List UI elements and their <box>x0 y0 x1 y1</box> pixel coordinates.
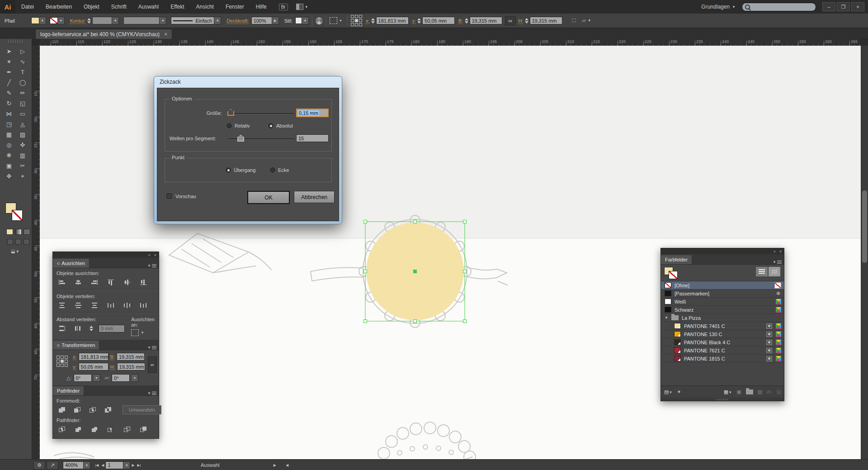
selection-handle[interactable] <box>463 220 467 223</box>
exclude-button[interactable] <box>102 405 114 414</box>
tab-transform[interactable]: ◇Transformieren <box>53 341 99 350</box>
arrange-documents-button[interactable]: ▼ <box>296 4 308 10</box>
brush-definition-field[interactable] <box>123 17 160 24</box>
fill-color-dropdown[interactable]: ▼ <box>39 17 46 24</box>
eyedropper-tool[interactable]: ◎ <box>4 140 14 150</box>
menu-bearbeiten[interactable]: Bearbeiten <box>40 0 78 14</box>
bridge-button[interactable]: Br <box>279 4 288 10</box>
collapse-icons[interactable]: « <box>774 249 776 254</box>
opacity-field[interactable]: 100% <box>251 17 272 24</box>
free-transform-tool[interactable]: ▭ <box>17 109 28 119</box>
minimize-button[interactable]: – <box>822 2 835 11</box>
selection-tool[interactable]: ➤ <box>4 47 14 56</box>
stroke-weight-dropdown[interactable]: ▼ <box>112 17 119 24</box>
swatch-row[interactable]: [Ohne] <box>661 281 784 290</box>
line-segment-tool[interactable]: ╱ <box>4 78 14 87</box>
fill-color-swatch[interactable] <box>31 17 39 24</box>
opacity-dropdown[interactable]: ▶ <box>272 17 279 24</box>
reference-point-selector[interactable] <box>351 15 362 26</box>
select-similar-dropdown[interactable]: ▼ <box>337 17 344 24</box>
new-group-icon[interactable] <box>746 389 753 394</box>
workspace-switcher[interactable]: Grundlagen ▼ <box>701 4 736 10</box>
next-artboard-icon[interactable]: ▶ <box>132 463 134 467</box>
last-artboard-icon[interactable]: ▶| <box>137 463 141 467</box>
crop-button[interactable] <box>104 425 117 434</box>
minus-front-button[interactable] <box>71 405 83 414</box>
show-kinds-icon[interactable]: ▦▼ <box>724 389 732 395</box>
lasso-tool[interactable]: ∿ <box>17 57 28 66</box>
tab-close-icon[interactable]: × <box>164 31 167 38</box>
vertical-align-top-button[interactable] <box>104 278 117 287</box>
waves-slider-handle[interactable] <box>237 135 244 142</box>
swatch-libraries-icon[interactable]: ▤▼ <box>664 389 672 395</box>
vertical-distribute-space-button[interactable] <box>56 324 68 333</box>
column-graph-tool[interactable]: ▥ <box>17 151 28 160</box>
vertical-scrollbar[interactable] <box>861 46 868 459</box>
menu-auswahl[interactable]: Auswahl <box>132 0 165 14</box>
perspective-grid-tool[interactable]: ◬ <box>17 119 28 129</box>
stroke-panel-link[interactable]: Kontur: <box>70 18 86 24</box>
vertical-scrollbar-thumb[interactable] <box>862 190 867 263</box>
selection-center-point[interactable] <box>413 270 417 273</box>
relative-radio[interactable]: Relativ <box>226 123 250 128</box>
size-slider-handle[interactable] <box>227 109 234 116</box>
resize-grip[interactable] <box>776 389 781 394</box>
draw-behind-mode[interactable] <box>15 239 21 245</box>
width-stepper[interactable] <box>465 18 468 24</box>
search-input[interactable] <box>742 3 816 11</box>
divide-button[interactable] <box>56 425 68 434</box>
symbol-sprayer-tool[interactable]: ❋ <box>4 151 14 160</box>
close-panel-icon[interactable]: × <box>154 253 156 257</box>
restore-button[interactable]: ❐ <box>837 2 850 11</box>
swatch-row[interactable]: Schwarz <box>661 306 784 314</box>
swatch-row[interactable]: Weiß <box>661 298 784 306</box>
previous-artboard-icon[interactable]: ◀ <box>101 463 104 467</box>
horizontal-distribute-left-button[interactable] <box>104 301 117 310</box>
horizontal-align-center-button[interactable] <box>72 278 84 287</box>
close-button[interactable]: × <box>851 2 864 11</box>
magic-wand-tool[interactable]: ✶ <box>4 57 14 66</box>
swatch-row[interactable]: [Passermarken]⊕ <box>661 290 784 298</box>
reference-point-selector[interactable] <box>57 356 68 367</box>
menu-fenster[interactable]: Fenster <box>220 0 250 14</box>
intersect-button[interactable] <box>86 405 99 414</box>
scale-tool[interactable]: ◱ <box>17 99 28 108</box>
horizontal-align-left-button[interactable] <box>56 278 68 287</box>
menu-schrift[interactable]: Schrift <box>105 0 132 14</box>
zoom-level-field[interactable]: 400% <box>63 461 84 469</box>
vertical-distribute-center-button[interactable] <box>72 301 84 310</box>
transform-height-field[interactable]: 19,315 mm <box>117 363 145 370</box>
link-dimensions-icon[interactable]: ∞ <box>505 16 516 25</box>
pencil-tool[interactable]: ✏ <box>17 88 28 98</box>
vertical-distribute-bottom-button[interactable] <box>88 301 100 310</box>
size-field[interactable]: 0,15 mm <box>296 109 329 117</box>
width-field[interactable]: 19,315 mm <box>470 17 502 24</box>
artboard-number-field[interactable]: 1 <box>105 461 123 469</box>
selection-handle[interactable] <box>414 320 417 323</box>
ruler-corner[interactable] <box>32 39 40 46</box>
draw-normal-mode[interactable] <box>7 239 13 245</box>
cancel-button[interactable]: Abbrechen <box>294 191 335 203</box>
horizontal-distribute-right-button[interactable] <box>137 301 149 310</box>
close-panel-icon[interactable]: × <box>779 249 782 254</box>
stroke-style-dropdown[interactable]: ▼ <box>214 17 221 24</box>
trim-button[interactable] <box>72 425 84 434</box>
height-stepper[interactable] <box>525 18 528 24</box>
document-tab[interactable]: logo-lieferservice.ai* bei 400 % (CMYK/V… <box>35 29 172 39</box>
transform-shape-icon[interactable]: ⛶ <box>572 18 576 24</box>
opacity-panel-link[interactable]: Deckkraft: <box>226 18 249 24</box>
delete-swatch-icon[interactable]: 🝭 <box>767 389 772 394</box>
preview-checkbox[interactable]: Vorschau <box>166 193 196 199</box>
status-share-icon[interactable]: ↗ <box>47 461 58 470</box>
selection-handle[interactable] <box>463 320 467 323</box>
slice-tool[interactable]: ✂ <box>17 161 28 171</box>
rotate-field[interactable]: 0° <box>74 374 92 382</box>
selection-handle[interactable] <box>414 220 417 223</box>
outline-button[interactable] <box>121 425 133 434</box>
new-swatch-icon[interactable]: ▨ <box>758 389 762 395</box>
rotate-dropdown[interactable]: ▼ <box>94 374 100 382</box>
align-to-artboard-icon[interactable] <box>131 329 139 336</box>
stroke-weight-stepper[interactable] <box>87 18 91 24</box>
tab-swatches[interactable]: Farbfelder <box>661 255 692 264</box>
vertical-align-bottom-button[interactable] <box>137 278 149 287</box>
